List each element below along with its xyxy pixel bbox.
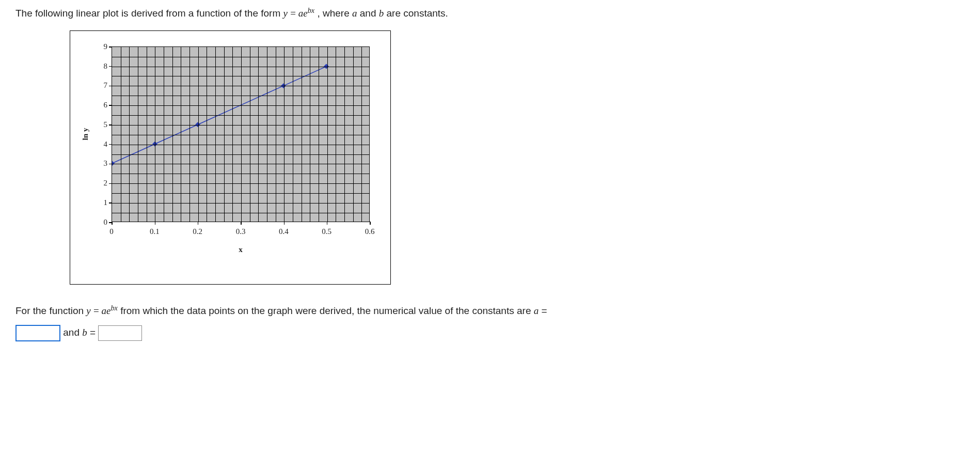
answer-pre: For the function bbox=[15, 305, 86, 316]
x-tick-label: 0.4 bbox=[279, 227, 289, 236]
eq2-y: y bbox=[86, 305, 90, 316]
input-a[interactable] bbox=[15, 325, 60, 341]
eq-exp-b: b bbox=[308, 6, 311, 14]
answer-a-sym: a bbox=[534, 305, 539, 316]
x-tick-label: 0.1 bbox=[150, 227, 160, 236]
data-point bbox=[112, 161, 115, 166]
eq-equals: = bbox=[290, 8, 298, 19]
answer-and: and bbox=[63, 327, 82, 338]
intro-tail: are constants. bbox=[387, 8, 448, 19]
question-intro: The following linear plot is derived fro… bbox=[15, 5, 965, 21]
y-tick-label: 8 bbox=[97, 61, 107, 70]
eq2-exp-b: b bbox=[110, 304, 114, 312]
eq2-a: a bbox=[101, 305, 106, 316]
answer-b-sym: b bbox=[82, 327, 87, 338]
y-tick-label: 5 bbox=[97, 120, 107, 129]
y-axis-title: ln y bbox=[81, 46, 91, 222]
y-tick-label: 3 bbox=[97, 159, 107, 168]
x-tick-label: 0.6 bbox=[365, 227, 375, 236]
eq2-equals: = bbox=[93, 305, 101, 316]
eq-e: e bbox=[303, 8, 307, 19]
y-tick-label: 6 bbox=[97, 101, 107, 109]
y-tick-label: 2 bbox=[97, 179, 107, 187]
eq-exp-x: x bbox=[311, 6, 314, 14]
y-tick-label: 7 bbox=[97, 81, 107, 90]
y-tick-label: 4 bbox=[97, 139, 107, 148]
answer-mid: from which the data points on the graph … bbox=[120, 305, 534, 316]
input-b[interactable] bbox=[98, 325, 142, 341]
chart-overlay bbox=[112, 47, 369, 222]
x-tick-label: 0.3 bbox=[236, 227, 246, 236]
y-tick-label: 9 bbox=[97, 42, 107, 51]
answer-b-eq: = bbox=[90, 327, 98, 338]
y-tick-label: 0 bbox=[97, 217, 107, 226]
const-a: a bbox=[352, 8, 357, 19]
answer-a-eq: = bbox=[542, 305, 547, 316]
const-b: b bbox=[379, 8, 384, 19]
eq-a: a bbox=[298, 8, 304, 19]
intro-post: , where bbox=[317, 8, 352, 19]
y-tick-label: 1 bbox=[97, 198, 107, 207]
answer-prompt: For the function y = aebx from which the… bbox=[15, 300, 965, 343]
x-axis-title: x bbox=[112, 245, 370, 254]
intro-pre: The following linear plot is derived fro… bbox=[15, 8, 283, 19]
x-tick-label: 0.2 bbox=[193, 227, 202, 236]
eq2-exp-x: x bbox=[115, 304, 118, 312]
x-tick-label: 0 bbox=[109, 227, 114, 236]
x-tick-label: 0.5 bbox=[322, 227, 331, 236]
const-and: and bbox=[360, 8, 379, 19]
chart-frame: ln y x 00.10.20.30.40.50.60123456789 bbox=[70, 30, 391, 285]
plot-area bbox=[112, 46, 370, 222]
eq-y: y bbox=[283, 8, 288, 19]
